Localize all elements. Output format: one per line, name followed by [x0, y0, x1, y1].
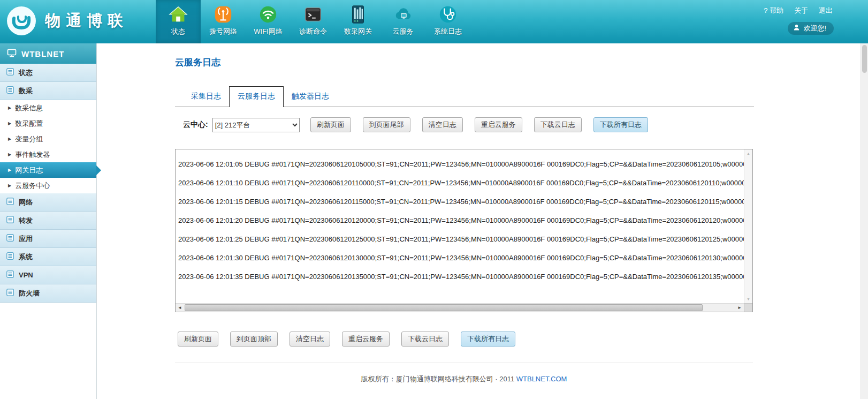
nav-item-diagnostic-command[interactable]: 诊断命令: [291, 0, 336, 43]
download-all-logs-button-top[interactable]: 下载所有日志: [593, 117, 648, 132]
sidebar-item-gateway-log[interactable]: ▶ 网关日志: [0, 162, 96, 178]
sidebar-item-event-trigger[interactable]: ▶ 事件触发器: [0, 147, 96, 162]
nav-item-label: 状态: [171, 27, 185, 36]
sidebar-item-label: 数采配置: [15, 119, 43, 129]
log-line: 2023-06-06 12:01:15 DEBUG ##0171QN=20230…: [178, 192, 744, 211]
tab-cloud-service-log[interactable]: 云服务日志: [229, 86, 284, 107]
refresh-page-button-top[interactable]: 刷新页面: [310, 117, 351, 132]
triangle-icon: ▶: [8, 137, 11, 141]
sidebar-item-system[interactable]: 系统: [0, 248, 96, 266]
list-icon: [6, 68, 14, 77]
brand: 物通博联: [5, 5, 128, 37]
scroll-left-arrow-icon[interactable]: ◄: [176, 304, 184, 312]
horizontal-scroll-thumb[interactable]: [185, 304, 703, 311]
restart-cloud-service-button-bottom[interactable]: 重启云服务: [342, 332, 390, 347]
log-line: 2023-06-06 12:01:20 DEBUG ##0171QN=20230…: [178, 211, 744, 230]
main-nav: 状态 拨号网络 WIFI网络: [156, 0, 470, 43]
clear-log-button-bottom[interactable]: 清空日志: [290, 332, 330, 347]
download-cloud-log-button-top[interactable]: 下载云日志: [534, 117, 582, 132]
sidebar-item-variable-group[interactable]: ▶ 变量分组: [0, 131, 96, 147]
log-vertical-scrollbar[interactable]: ▲ ▼: [744, 149, 752, 303]
bottom-controls-row: 刷新页面 到页面顶部 清空日志 重启云服务 下载云日志 下载所有日志: [175, 332, 754, 347]
download-all-logs-button-bottom[interactable]: 下载所有日志: [461, 332, 515, 347]
page-title: 云服务日志: [175, 43, 754, 69]
horizontal-scroll-track[interactable]: [184, 304, 735, 312]
log-horizontal-scrollbar[interactable]: ◄ ►: [176, 303, 744, 312]
logout-link[interactable]: 退出: [819, 6, 833, 16]
sidebar-item-label: 状态: [19, 68, 33, 78]
server-cabinet-icon: [347, 4, 369, 25]
sidebar-item-label: 变量分组: [15, 134, 43, 144]
monitor-icon: [7, 48, 17, 59]
nav-item-label: 诊断命令: [299, 27, 327, 36]
about-link[interactable]: 关于: [794, 6, 808, 16]
list-icon: [6, 270, 14, 280]
sidebar-item-forwarding[interactable]: 转发: [0, 212, 96, 230]
user-icon: [793, 24, 800, 33]
triangle-icon: ▶: [8, 168, 11, 172]
sidebar-item-data-acquisition[interactable]: 数采: [0, 82, 96, 100]
help-link[interactable]: ? 帮助: [764, 6, 783, 16]
go-page-bottom-button[interactable]: 到页面尾部: [363, 117, 410, 132]
scroll-up-arrow-icon[interactable]: ▲: [747, 149, 750, 157]
sidebar-item-label: 网关日志: [15, 165, 43, 175]
restart-cloud-service-button-top[interactable]: 重启云服务: [475, 117, 522, 132]
log-line: 2023-06-06 12:01:30 DEBUG ##0171QN=20230…: [178, 249, 744, 267]
welcome-text: 欢迎您!: [803, 24, 826, 33]
sidebar-item-label: 网络: [19, 198, 33, 207]
nav-item-label: 云服务: [393, 27, 414, 36]
tab-trigger-log[interactable]: 触发器日志: [284, 87, 337, 107]
sidebar-item-data-info[interactable]: ▶ 数采信息: [0, 100, 96, 116]
nav-item-data-gateway[interactable]: 数采网关: [336, 0, 380, 43]
top-controls-row: 云中心: [2] 212平台 刷新页面 到页面尾部 清空日志 重启云服务 下载云…: [175, 117, 754, 132]
top-header-bar: 物通博联 状态 拨号网络: [0, 0, 868, 43]
sidebar-item-label: 转发: [19, 216, 33, 225]
sidebar-item-label: 应用: [19, 234, 33, 244]
page-scroll-thumb[interactable]: [862, 45, 867, 73]
nav-item-label: 拨号网络: [209, 27, 237, 36]
list-icon: [6, 198, 14, 207]
dialup-antenna-icon: [212, 4, 234, 25]
sidebar-item-status[interactable]: 状态: [0, 64, 96, 82]
triangle-icon: ▶: [8, 106, 11, 110]
download-cloud-log-button-bottom[interactable]: 下载云日志: [401, 332, 449, 347]
list-icon: [6, 234, 14, 243]
copyright-text: 版权所有：厦门物通博联网络科技有限公司 · 2011: [361, 375, 516, 383]
nav-item-status[interactable]: 状态: [156, 0, 201, 43]
sidebar-item-firewall[interactable]: 防火墙: [0, 284, 96, 303]
scroll-down-arrow-icon[interactable]: ▼: [747, 295, 750, 303]
welcome-badge: 欢迎您!: [788, 22, 834, 35]
sidebar-item-label: 事件触发器: [15, 150, 50, 160]
wifi-icon: [257, 4, 279, 25]
list-icon: [6, 216, 14, 225]
sidebar-item-network[interactable]: 网络: [0, 193, 96, 212]
sidebar-item-label: 数采信息: [15, 103, 43, 113]
cloud-center-select[interactable]: [2] 212平台: [212, 118, 300, 132]
content: 云服务日志 采集日志 云服务日志 触发器日志 云中心: [2] 212平台 刷新…: [175, 43, 754, 384]
refresh-page-button-bottom[interactable]: 刷新页面: [178, 332, 218, 347]
nav-item-system-log[interactable]: 系统日志: [425, 0, 470, 43]
page-vertical-scrollbar[interactable]: [861, 43, 868, 399]
scrollbar-corner: [744, 303, 752, 312]
company-website-link[interactable]: WTBLNET.COM: [516, 375, 567, 383]
tab-collection-log[interactable]: 采集日志: [183, 87, 229, 107]
list-icon: [6, 289, 14, 298]
go-page-top-button[interactable]: 到页面顶部: [230, 332, 278, 347]
nav-item-wifi-network[interactable]: WIFI网络: [246, 0, 291, 43]
sidebar-item-application[interactable]: 应用: [0, 230, 96, 248]
nav-item-dialup-network[interactable]: 拨号网络: [201, 0, 246, 43]
scroll-right-arrow-icon[interactable]: ►: [735, 304, 744, 312]
log-line: 2023-06-06 12:01:35 DEBUG ##0171QN=20230…: [178, 267, 744, 286]
brand-name: 物通博联: [45, 10, 128, 32]
cloud-center-label: 云中心:: [183, 120, 208, 130]
nav-item-cloud-service[interactable]: 云服务: [380, 0, 425, 43]
sidebar-item-data-config[interactable]: ▶ 数采配置: [0, 116, 96, 131]
sidebar-item-vpn[interactable]: VPN: [0, 266, 96, 284]
log-line: 2023-06-06 12:01:25 DEBUG ##0171QN=20230…: [178, 230, 744, 249]
clear-log-button-top[interactable]: 清空日志: [422, 117, 463, 132]
sidebar-item-cloud-service-center[interactable]: ▶ 云服务中心: [0, 178, 96, 193]
nav-item-label: WIFI网络: [254, 27, 282, 36]
company-logo-icon: [5, 5, 37, 37]
sidebar-item-label: VPN: [19, 271, 33, 279]
sidebar: WTBLNET 状态 数采 ▶ 数采信息 ▶ 数采配置 ▶ 变量分组 ▶ 事件触…: [0, 43, 97, 399]
